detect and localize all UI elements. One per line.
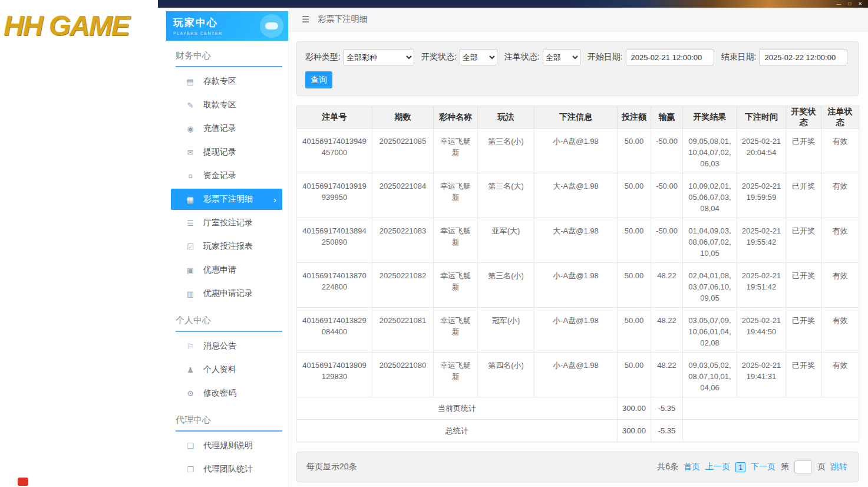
cell-bet-amount: 50.00 [618,218,651,263]
window-titlebar: — □ ✕ [158,0,868,8]
sidebar-item-agent-team-stats[interactable]: ❐代理团队统计 [158,458,288,481]
cell-lottery-name: 幸运飞艇新 [434,308,478,353]
hamburger-icon[interactable]: ☰ [302,14,309,25]
sidebar-item-agent-rules[interactable]: ❏代理规则说明 [158,434,288,458]
sidebar-item-lottery-bet-details[interactable]: ▦彩票下注明细› [171,189,282,210]
cell-draw-status: 已开奖 [786,173,821,218]
controller-icon [260,14,283,38]
sidebar-item-fund-records[interactable]: ¤资金记录 [158,164,288,187]
cell-bet-info: 大-A盘@1.98 [534,173,618,218]
total-count-text: 共6条 [657,462,678,472]
sidebar-item-label: 彩票下注明细 [203,194,253,205]
maximize-icon[interactable]: □ [848,0,851,8]
summary-win-loss-total: -5.35 [651,397,683,420]
prev-page-link[interactable]: 上一页 [705,462,730,472]
table-header-row: 注单号期数彩种名称玩法下注信息投注额输赢开奖结果下注时间开奖状态注单状态 [297,106,859,129]
bet-status-select[interactable]: 全部 [543,49,580,65]
sidebar-item-label: 玩家投注报表 [203,241,253,252]
main-content: 彩种类型: 全部彩种 开奖状态: 全部 注单状态: 全部 开始日期: 结束日期:… [289,32,868,487]
cell-bet-time: 2025-02-21 19:51:42 [737,263,786,308]
summary-empty [683,397,859,420]
report-icon: ☑ [185,242,196,251]
search-button[interactable]: 查询 [305,71,332,88]
page-jump-input[interactable] [794,460,812,473]
jump-button[interactable]: 跳转 [831,462,847,472]
cell-bet-time: 2025-02-21 19:44:50 [737,308,786,353]
end-date-input[interactable] [759,50,847,65]
sidebar-item-cashout-records[interactable]: ✉提现记录 [158,140,288,164]
fund-record-icon: ¤ [185,172,196,180]
cell-bet-info: 大-A盘@1.98 [534,218,618,263]
lottery-type-select[interactable]: 全部彩种 [344,49,414,65]
cell-win-loss: -50.00 [651,129,683,173]
cell-bet-info: 小-A盘@1.98 [534,129,618,173]
promo-record-icon: ▥ [185,289,196,298]
stats-icon: ❐ [185,465,196,474]
table-row: 40156917401389425089020250221083幸运飞艇新亚军(… [297,218,859,263]
sidebar-item-hall-bet-records[interactable]: ☰厅室投注记录 [158,211,288,235]
cell-bet-no: 401569174013894250890 [297,218,372,263]
cell-period: 20250221085 [372,129,434,173]
user-icon: ♟ [185,366,196,374]
sidebar-item-promo-apply-records[interactable]: ▥优惠申请记录 [158,282,288,305]
cell-bet-no: 401569174013870224800 [297,263,372,308]
sidebar-menu: 财务中心▤存款专区✎取款专区◉充值记录✉提现记录¤资金记录▦彩票下注明细›☰厅室… [158,50,288,481]
filter-panel: 彩种类型: 全部彩种 开奖状态: 全部 注单状态: 全部 开始日期: 结束日期:… [296,41,859,96]
sidebar-item-label: 代理规则说明 [203,440,253,451]
sidebar-item-messages[interactable]: ⚐消息公告 [158,334,288,358]
draw-status-select[interactable]: 全部 [460,49,497,65]
sidebar-item-change-password[interactable]: ⚙修改密码 [158,381,288,405]
sidebar: 玩家中心 PLAYERS CENTER 财务中心▤存款专区✎取款专区◉充值记录✉… [158,8,289,487]
cell-draw-status: 已开奖 [786,218,821,263]
bet-status-label: 注单状态: [504,52,540,62]
cell-draw-result: 02,04,01,08,03,07,06,10,09,05 [683,263,737,308]
background-page: HH GAME [0,0,158,487]
cell-play: 第三名(大) [478,173,534,218]
sidebar-item-label: 存款专区 [203,76,236,87]
sidebar-section-title: 财务中心 [176,50,282,67]
cell-bet-amount: 50.00 [618,129,651,173]
summary-row: 总统计300.00-5.35 [297,420,859,442]
sidebar-section-title: 代理中心 [176,414,282,432]
table-row: 40156917401394945700020250221085幸运飞艇新第三名… [297,129,859,173]
next-page-link[interactable]: 下一页 [751,462,775,472]
current-page-indicator: 1 [735,462,745,472]
sidebar-item-label: 提现记录 [203,147,236,157]
cell-play: 第三名(小) [478,129,534,173]
first-page-link[interactable]: 首页 [684,462,700,472]
cell-bet-time: 2025-02-21 20:04:54 [737,129,786,173]
start-date-input[interactable] [626,50,714,65]
jump-suffix-label: 页 [817,462,826,472]
sidebar-item-profile[interactable]: ♟个人资料 [158,358,288,381]
minimize-icon[interactable]: — [836,0,841,8]
pagination-bar: 每页显示20条 共6条 首页 上一页 1 下一页 第 页 跳转 [296,452,859,482]
cell-play: 第四名(小) [478,353,534,397]
sidebar-item-recharge-records[interactable]: ◉充值记录 [158,117,288,140]
sidebar-item-label: 优惠申请 [203,265,236,275]
page-title: 彩票下注明细 [318,14,367,25]
jump-prefix-label: 第 [781,462,789,472]
sidebar-item-label: 代理团队统计 [203,464,253,475]
sidebar-item-label: 资金记录 [203,170,236,181]
close-icon[interactable]: ✕ [858,0,862,8]
sidebar-item-player-bet-report[interactable]: ☑玩家投注报表 [158,235,288,258]
sidebar-item-promo-apply[interactable]: ▣优惠申请 [158,258,288,282]
sidebar-item-withdraw-zone[interactable]: ✎取款专区 [158,93,288,117]
cell-bet-amount: 50.00 [618,353,651,397]
cell-win-loss: -50.00 [651,218,683,263]
cell-draw-result: 01,04,09,03,08,06,07,02,10,05 [683,218,737,263]
column-header-bet-info: 下注信息 [534,106,618,129]
page: HH GAME — □ ✕ 玩家中心 PLAYERS CENTER 财务中心▤存… [0,0,868,487]
table-row: 40156917401382908440020250221081幸运飞艇新冠军(… [297,308,859,353]
column-header-draw-status: 开奖状态 [786,106,821,129]
cell-bet-info: 小-A盘@1.98 [534,353,618,397]
column-header-bet-amount: 投注额 [618,106,651,129]
cell-bet-no: 401569174013949457000 [297,129,372,173]
cell-bet-status: 有效 [821,173,859,218]
bell-icon: ⚐ [185,342,196,351]
cell-bet-time: 2025-02-21 19:55:42 [737,218,786,263]
filter-row: 彩种类型: 全部彩种 开奖状态: 全部 注单状态: 全部 开始日期: 结束日期: [305,49,850,65]
promo-icon: ▣ [185,266,196,275]
column-header-draw-result: 开奖结果 [683,106,737,129]
sidebar-item-deposit-zone[interactable]: ▤存款专区 [158,70,288,93]
